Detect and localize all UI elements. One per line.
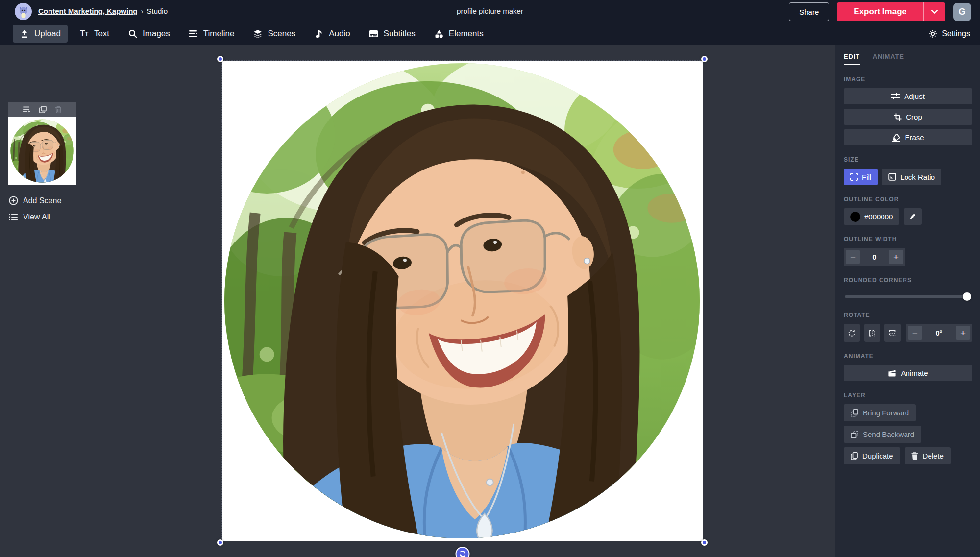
duplicate-icon xyxy=(851,452,858,460)
outline-color-value: #000000 xyxy=(864,213,893,221)
resize-handle-top-left[interactable] xyxy=(217,56,223,62)
main-toolbar: Upload TT Text Images Timeline Scenes Au… xyxy=(0,23,980,45)
delete-scene-icon[interactable] xyxy=(55,106,62,113)
animate-label: Animate xyxy=(901,369,928,377)
toolbar-item-label: Images xyxy=(143,29,170,39)
tab-edit[interactable]: EDIT xyxy=(844,53,860,65)
rounded-corners-slider[interactable] xyxy=(845,292,971,301)
resize-handle-bottom-right[interactable] xyxy=(701,539,708,546)
lock-ratio-icon xyxy=(888,173,896,181)
rotate-increase-button[interactable]: + xyxy=(956,326,970,340)
toolbar-item-scenes[interactable]: Scenes xyxy=(246,25,302,43)
send-backward-button[interactable]: Send Backward xyxy=(844,426,921,443)
outline-width-stepper: − 0 + xyxy=(844,248,905,266)
app-header: Content Marketing, Kapwing›Studio profil… xyxy=(0,0,980,45)
outline-width-increase-button[interactable]: + xyxy=(889,250,903,264)
slider-thumb[interactable] xyxy=(963,292,971,301)
outline-width-value: 0 xyxy=(873,253,877,261)
send-backward-label: Send Backward xyxy=(863,430,914,438)
elements-shapes-icon xyxy=(434,29,444,39)
rotate-value: 0° xyxy=(936,329,942,337)
toolbar-item-timeline[interactable]: Timeline xyxy=(182,25,242,43)
flip-vertical-button[interactable] xyxy=(884,324,901,342)
toolbar-item-text[interactable]: TT Text xyxy=(73,25,116,43)
fill-expand-icon xyxy=(850,173,858,181)
canvas-image[interactable] xyxy=(223,62,701,540)
view-all-button[interactable]: View All xyxy=(9,213,50,221)
tab-animate[interactable]: ANIMATE xyxy=(873,53,904,65)
export-image-label[interactable]: Export Image xyxy=(837,2,923,21)
duplicate-button[interactable]: Duplicate xyxy=(844,447,900,464)
eyedropper-button[interactable] xyxy=(904,208,922,225)
scene-thumbnail[interactable] xyxy=(8,117,76,185)
export-options-dropdown[interactable] xyxy=(923,2,945,21)
view-all-label: View All xyxy=(23,213,50,221)
rotate-90-button[interactable] xyxy=(844,324,860,342)
rotate-stepper: − 0° + xyxy=(906,324,972,342)
animate-section-label: ANIMATE xyxy=(844,353,972,360)
eraser-icon xyxy=(892,134,900,142)
bring-forward-button[interactable]: Bring Forward xyxy=(844,404,916,421)
add-scene-button[interactable]: Add Scene xyxy=(9,196,61,205)
toolbar-item-label: Subtitles xyxy=(384,29,416,39)
outline-width-section-label: OUTLINE WIDTH xyxy=(844,236,972,242)
view-all-list-icon xyxy=(9,213,18,221)
outline-width-decrease-button[interactable]: − xyxy=(846,250,860,264)
adjust-label: Adjust xyxy=(904,92,925,100)
toolbar-item-label: Elements xyxy=(449,29,484,39)
animate-button[interactable]: Animate xyxy=(844,365,972,381)
lock-ratio-label: Lock Ratio xyxy=(900,173,935,181)
flip-horizontal-icon xyxy=(868,329,876,337)
rounded-corners-section-label: ROUNDED CORNERS xyxy=(844,277,972,284)
toolbar-item-label: Scenes xyxy=(268,29,295,39)
flip-vertical-icon xyxy=(888,329,896,337)
account-avatar[interactable]: G xyxy=(953,3,971,21)
bring-forward-icon xyxy=(851,409,858,417)
scene-card xyxy=(8,102,76,185)
crop-button[interactable]: Crop xyxy=(844,109,972,125)
adjust-button[interactable]: Adjust xyxy=(844,88,972,104)
rotate-arrows-icon xyxy=(459,550,466,557)
settings-button[interactable]: Settings xyxy=(929,23,970,45)
erase-button[interactable]: Erase xyxy=(844,129,972,145)
clapperboard-icon xyxy=(888,369,896,377)
duplicate-label: Duplicate xyxy=(862,452,893,460)
timeline-icon xyxy=(189,29,198,39)
rotate-decrease-button[interactable]: − xyxy=(908,326,922,340)
delete-button[interactable]: Delete xyxy=(905,447,951,464)
chevron-down-icon xyxy=(931,10,938,14)
erase-label: Erase xyxy=(905,133,924,142)
lock-ratio-button[interactable]: Lock Ratio xyxy=(882,169,941,185)
toolbar-item-upload[interactable]: Upload xyxy=(13,25,68,43)
duplicate-scene-icon[interactable] xyxy=(39,106,47,113)
export-image-button[interactable]: Export Image xyxy=(837,2,945,21)
toolbar-item-elements[interactable]: Elements xyxy=(427,25,490,43)
toolbar-item-label: Text xyxy=(94,29,109,39)
gear-icon xyxy=(929,29,937,38)
toolbar-item-subtitles[interactable]: Subtitles xyxy=(362,25,422,43)
canvas[interactable] xyxy=(222,61,703,541)
rotate-section-label: ROTATE xyxy=(844,312,972,318)
toolbar-item-label: Upload xyxy=(34,29,61,39)
text-icon: TT xyxy=(79,29,89,39)
toolbar-item-audio[interactable]: Audio xyxy=(307,25,357,43)
edit-inspector-panel: EDIT ANIMATE IMAGE Adjust Crop Erase SIZ… xyxy=(835,45,980,557)
upload-icon xyxy=(20,29,29,39)
outline-color-swatch-button[interactable]: #000000 xyxy=(844,208,899,225)
flip-horizontal-button[interactable] xyxy=(864,324,881,342)
adjust-sliders-icon xyxy=(891,93,900,100)
color-swatch xyxy=(850,212,860,222)
resize-handle-bottom-left[interactable] xyxy=(217,539,223,546)
fill-button[interactable]: Fill xyxy=(844,169,878,185)
toolbar-item-images[interactable]: Images xyxy=(121,25,177,43)
rotate-cw-icon xyxy=(848,329,856,337)
resize-handle-top-right[interactable] xyxy=(701,56,708,62)
rotate-handle[interactable] xyxy=(455,547,469,557)
slider-track[interactable] xyxy=(845,295,971,298)
reorder-scene-icon[interactable] xyxy=(23,106,31,113)
scenes-layers-icon xyxy=(253,29,263,39)
trash-icon xyxy=(911,452,918,460)
canvas-workspace[interactable]: Add Scene View All xyxy=(0,45,835,557)
share-button[interactable]: Share xyxy=(789,2,829,21)
toolbar-item-label: Timeline xyxy=(203,29,235,39)
